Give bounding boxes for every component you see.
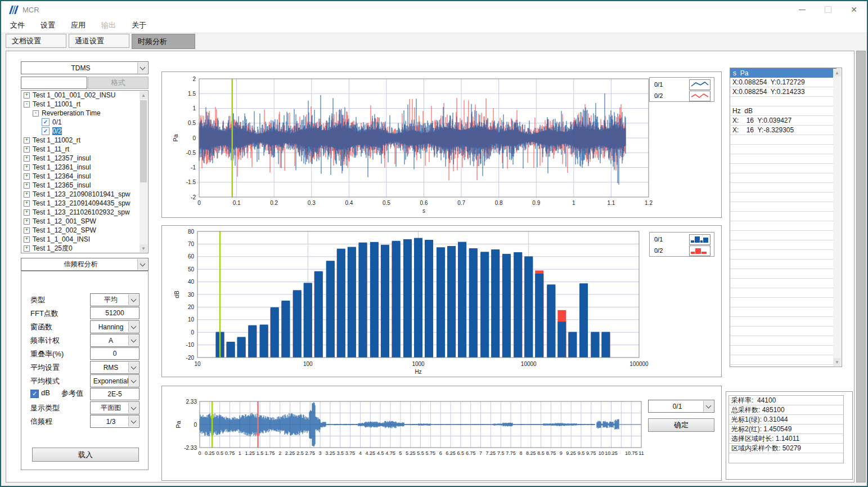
type-select[interactable]: 平均 bbox=[90, 293, 140, 306]
window-function-select[interactable]: Hanning bbox=[90, 320, 140, 333]
legend-item[interactable]: 0/2 bbox=[654, 245, 710, 256]
expand-icon[interactable]: + bbox=[24, 236, 30, 243]
bar-0-1[interactable] bbox=[601, 332, 610, 358]
legend-swatch-box[interactable] bbox=[689, 79, 710, 90]
tree-item[interactable]: ✓0/2 bbox=[21, 127, 148, 136]
legend-swatch-box[interactable] bbox=[689, 91, 710, 101]
chevron-down-icon[interactable] bbox=[128, 403, 138, 413]
cursor1-green-marker[interactable] bbox=[210, 415, 214, 419]
bar-0-1[interactable] bbox=[447, 246, 456, 358]
bar-0-1[interactable] bbox=[326, 261, 335, 358]
bar-0-1[interactable] bbox=[370, 242, 379, 358]
chevron-down-icon[interactable] bbox=[128, 362, 138, 373]
tree-scroll-thumb[interactable] bbox=[140, 100, 147, 182]
tree-item[interactable]: ✓0/1 bbox=[21, 118, 148, 127]
chevron-down-icon[interactable] bbox=[137, 259, 147, 270]
expand-icon[interactable]: + bbox=[24, 245, 30, 252]
bar-0-1[interactable] bbox=[502, 254, 511, 358]
display-type-select[interactable]: 平面图 bbox=[90, 401, 140, 414]
bar-0-1[interactable] bbox=[281, 301, 290, 358]
bar-0-1[interactable] bbox=[557, 321, 566, 358]
scroll-down-icon[interactable]: ▼ bbox=[833, 358, 841, 366]
bar-0-1[interactable] bbox=[535, 274, 543, 358]
readout-scrollbar[interactable]: ▲▼ bbox=[833, 69, 841, 366]
analysis-type-select[interactable]: 倍频程分析 bbox=[21, 258, 149, 271]
tree-item[interactable]: +Test 1_12_002_SPW bbox=[21, 226, 148, 235]
chevron-down-icon[interactable] bbox=[703, 401, 713, 412]
cursor2-red-marker[interactable] bbox=[257, 433, 260, 436]
tree-item[interactable]: +Test 1_001_001_002_INSU bbox=[21, 91, 148, 100]
bar-0-1[interactable] bbox=[591, 332, 599, 358]
tree-item[interactable]: +Test 1_11_rt bbox=[21, 145, 148, 154]
bar-0-1[interactable] bbox=[248, 325, 257, 358]
bar-0-1[interactable] bbox=[469, 248, 478, 358]
average-setting-select[interactable]: RMS bbox=[90, 361, 140, 374]
tree-item[interactable]: +Test 1_25度0 bbox=[21, 244, 148, 253]
fft-points-input[interactable] bbox=[90, 307, 140, 319]
file-format-select[interactable]: TDMS bbox=[21, 61, 149, 74]
scroll-up-icon[interactable]: ▲ bbox=[140, 91, 147, 99]
reference-value-input[interactable] bbox=[90, 388, 140, 400]
chevron-down-icon[interactable] bbox=[128, 294, 138, 305]
bar-0-1[interactable] bbox=[514, 252, 522, 358]
bar-0-1[interactable] bbox=[414, 238, 422, 358]
chevron-down-icon[interactable] bbox=[128, 376, 138, 386]
tree-scrollbar[interactable]: ▲▼ bbox=[140, 91, 147, 252]
expand-icon[interactable]: + bbox=[24, 191, 30, 198]
bar-0-1[interactable] bbox=[359, 243, 367, 358]
tree-checkbox[interactable]: ✓ bbox=[42, 127, 50, 135]
expand-icon[interactable]: + bbox=[24, 92, 30, 99]
expand-icon[interactable]: + bbox=[24, 137, 30, 144]
tree-item[interactable]: +Test 1_12364_insul bbox=[21, 172, 148, 181]
overlap-input[interactable] bbox=[90, 347, 140, 360]
bar-0-1[interactable] bbox=[392, 241, 401, 358]
frequency-weighting-select[interactable]: A bbox=[90, 334, 140, 347]
expand-icon[interactable]: + bbox=[24, 164, 30, 171]
load-button[interactable]: 载入 bbox=[32, 448, 139, 462]
expand-icon[interactable]: + bbox=[24, 227, 30, 234]
bar-0-1[interactable] bbox=[260, 325, 268, 358]
expand-icon[interactable]: + bbox=[24, 155, 30, 162]
tree-item[interactable]: +Test 1_123_211026102932_spw bbox=[21, 208, 148, 217]
tree-item[interactable]: +Test 1_12_001_SPW bbox=[21, 217, 148, 226]
chevron-down-icon[interactable] bbox=[137, 62, 147, 73]
chevron-down-icon[interactable] bbox=[128, 321, 138, 332]
bar-0-1[interactable] bbox=[579, 283, 588, 358]
collapse-icon[interactable]: - bbox=[33, 110, 39, 117]
legend-swatch-box[interactable] bbox=[689, 245, 710, 256]
tree-item[interactable]: -Test 1_11001_rt bbox=[21, 100, 148, 109]
tree-item[interactable]: +Test 1_12361_insul bbox=[21, 163, 148, 172]
bar-0-1[interactable] bbox=[381, 245, 389, 358]
db-checkbox[interactable]: ✓ bbox=[30, 390, 39, 398]
expand-icon[interactable]: + bbox=[24, 146, 30, 153]
bar-0-1[interactable] bbox=[437, 247, 445, 358]
bar-0-1[interactable] bbox=[491, 249, 500, 358]
chevron-down-icon[interactable] bbox=[128, 335, 138, 346]
bar-0-1[interactable] bbox=[293, 290, 302, 358]
bar-0-1[interactable] bbox=[314, 271, 323, 358]
bar-0-1[interactable] bbox=[271, 307, 279, 358]
bar-0-1[interactable] bbox=[568, 332, 577, 358]
expand-icon[interactable]: + bbox=[24, 209, 30, 216]
bar-0-1[interactable] bbox=[425, 240, 433, 358]
bar-0-1[interactable] bbox=[348, 247, 356, 358]
bar-0-1[interactable] bbox=[337, 249, 345, 358]
tree-item[interactable]: +Test 1_1_004_INSI bbox=[21, 235, 148, 244]
bar-0-1[interactable] bbox=[524, 256, 533, 358]
channel-select[interactable]: 0/1 bbox=[648, 400, 714, 413]
expand-icon[interactable]: + bbox=[24, 218, 30, 225]
tree-item[interactable]: +Test 1_12365_insul bbox=[21, 181, 148, 190]
bar-0-1[interactable] bbox=[547, 284, 555, 358]
tree-checkbox[interactable]: ✓ bbox=[42, 118, 50, 126]
bar-0-1[interactable] bbox=[227, 342, 235, 358]
tree-item[interactable]: -Reverberation Time bbox=[21, 109, 148, 118]
scroll-down-icon[interactable]: ▼ bbox=[140, 244, 147, 252]
bar-0-1[interactable] bbox=[237, 337, 246, 358]
expand-icon[interactable]: + bbox=[24, 182, 30, 189]
octave-select[interactable]: 1/3 bbox=[90, 415, 140, 428]
chevron-down-icon[interactable] bbox=[128, 416, 138, 427]
tree-item[interactable]: +Test 1_12357_insul bbox=[21, 154, 148, 163]
legend-item[interactable]: 0/1 bbox=[654, 79, 710, 90]
bar-0-1[interactable] bbox=[304, 283, 312, 358]
confirm-button[interactable]: 确定 bbox=[648, 418, 714, 432]
